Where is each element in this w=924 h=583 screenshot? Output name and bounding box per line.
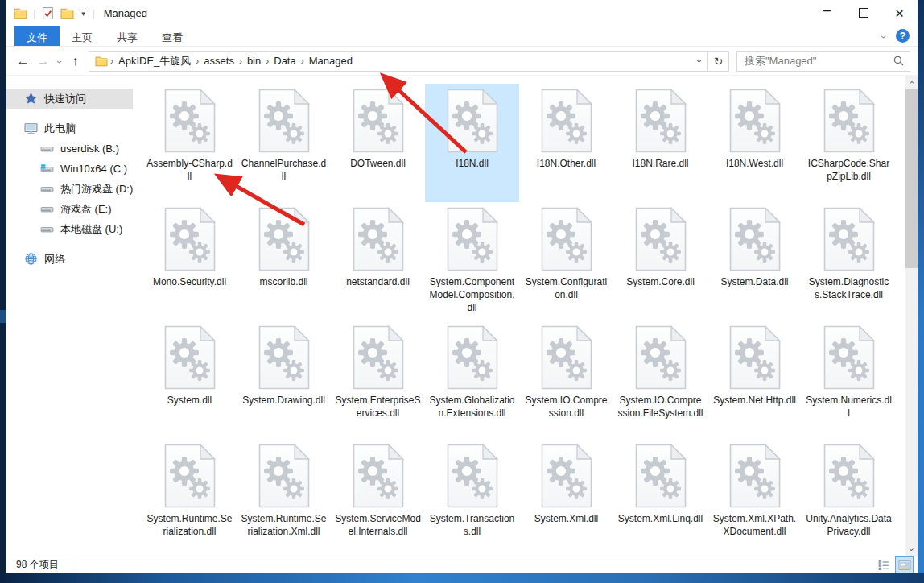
vertical-scrollbar[interactable]: › › [905, 76, 918, 556]
dll-file-icon [353, 325, 404, 390]
desktop-edge-left [0, 0, 6, 583]
file-name: netstandard.dll [346, 275, 410, 288]
search-box[interactable] [736, 51, 910, 72]
file-item[interactable]: I18N.Rare.dll [613, 84, 707, 202]
sidebar-item-游戏盘 (E:)[interactable]: 游戏盘 (E:) [6, 199, 133, 219]
details-view-button[interactable] [874, 556, 893, 573]
dll-file-icon [353, 444, 404, 508]
file-item[interactable]: System.ComponentModel.Composition.dll [425, 202, 519, 320]
address-box[interactable]: › ApkIDE_牛旋风›assets›bin›Data›Managed › [89, 51, 708, 72]
scrollbar-thumb[interactable] [905, 89, 918, 268]
file-item[interactable]: netstandard.dll [331, 202, 425, 320]
breadcrumb-item[interactable]: assets [199, 55, 239, 67]
sidebar-item-热门游戏盘 (D:)[interactable]: 热门游戏盘 (D:) [6, 179, 133, 199]
sidebar-item-网络[interactable]: 网络 [6, 249, 133, 269]
scroll-down-icon[interactable]: › [905, 543, 918, 556]
file-item[interactable]: System.Runtime.Serialization.dll [142, 439, 237, 556]
file-item[interactable]: System.EnterpriseServices.dll [331, 320, 425, 439]
tab-view[interactable]: 查看 [150, 26, 195, 46]
file-item[interactable]: Assembly-CSharp.dll [142, 84, 237, 202]
file-item[interactable]: System.dll [142, 320, 237, 439]
file-item[interactable]: System.Core.dll [613, 202, 707, 320]
close-button[interactable]: × [881, 0, 918, 26]
file-item[interactable]: DOTween.dll [331, 84, 425, 202]
items-count: 98 个项目 [16, 558, 59, 572]
dll-file-icon [541, 444, 592, 508]
dll-file-icon [635, 207, 687, 271]
large-icons-view-button[interactable] [895, 556, 914, 573]
file-item[interactable]: System.Transactions.dll [425, 439, 519, 556]
file-item[interactable]: System.Xml.dll [519, 439, 613, 556]
file-name: I18N.Other.dll [537, 157, 596, 170]
star-icon [24, 92, 38, 105]
file-name: Assembly-CSharp.dll [146, 157, 233, 183]
file-item[interactable]: System.IO.Compression.FileSystem.dll [613, 320, 707, 439]
breadcrumb-item[interactable]: bin [242, 55, 266, 67]
sidebar-item-此电脑[interactable]: 此电脑 [6, 118, 133, 139]
collapse-ribbon-icon[interactable]: › [882, 29, 885, 43]
main-area: 快速访问 此电脑 userdisk (B:) Win10x64 (C:) 热门游… [6, 76, 918, 556]
file-item[interactable]: System.Xml.XPath.XDocument.dll [707, 439, 802, 556]
file-item[interactable]: I18N.West.dll [707, 84, 802, 202]
new-folder-icon[interactable] [60, 6, 74, 20]
desktop-fragment [0, 310, 6, 323]
file-item[interactable]: Mono.Security.dll [142, 202, 237, 320]
file-item[interactable]: System.ServiceModel.Internals.dll [331, 439, 425, 556]
help-icon[interactable]: ? [896, 29, 910, 43]
tab-file[interactable]: 文件 [14, 26, 60, 46]
sidebar-item-快速访问[interactable]: 快速访问 [6, 89, 133, 109]
recent-locations-dropdown-icon[interactable]: › [53, 54, 65, 68]
file-item[interactable]: System.Net.Http.dll [707, 320, 802, 439]
forward-button[interactable]: → [33, 54, 53, 68]
sidebar-item-label: Win10x64 (C:) [60, 163, 127, 175]
sidebar-item-Win10x64 (C:)[interactable]: Win10x64 (C:) [6, 159, 133, 179]
scroll-up-icon[interactable]: › [905, 76, 918, 89]
refresh-button[interactable]: ↻ [707, 51, 729, 72]
file-item[interactable]: System.IO.Compression.dll [519, 320, 613, 439]
breadcrumb-item[interactable]: Data [269, 55, 300, 67]
sidebar-item-本地磁盘 (U:)[interactable]: 本地磁盘 (U:) [6, 219, 133, 239]
file-item[interactable]: System.Runtime.Serialization.Xml.dll [237, 439, 331, 556]
file-item[interactable]: I18N.Other.dll [519, 84, 613, 202]
file-item[interactable]: System.Diagnostics.StackTrace.dll [802, 202, 896, 320]
minimize-button[interactable]: – [809, 0, 845, 26]
file-item[interactable]: System.Xml.Linq.dll [613, 439, 707, 556]
file-item[interactable]: ICSharpCode.SharpZipLib.dll [802, 84, 896, 202]
dll-file-icon [353, 207, 404, 271]
file-name: System.Globalization.Extensions.dll [429, 394, 516, 420]
address-dropdown-icon[interactable]: › [698, 55, 707, 67]
file-name: System.Transactions.dll [429, 512, 516, 538]
breadcrumb-item[interactable]: Managed [304, 55, 357, 67]
file-item[interactable]: System.Drawing.dll [237, 320, 331, 439]
file-item[interactable]: mscorlib.dll [237, 202, 331, 320]
maximize-button[interactable] [845, 0, 881, 26]
file-item[interactable]: System.Globalization.Extensions.dll [425, 320, 519, 439]
file-name: I18N.Rare.dll [632, 157, 688, 170]
customize-toolbar-dropdown-icon[interactable]: ▾ [80, 10, 86, 16]
large-icons-view-icon [898, 559, 911, 572]
back-button[interactable]: ← [13, 54, 33, 68]
file-item[interactable]: System.Data.dll [707, 202, 802, 320]
file-name: System.Core.dll [626, 275, 695, 288]
file-name: I18N.West.dll [726, 157, 783, 170]
file-name: System.Configuration.dll [523, 275, 610, 301]
toolbar-separator: | [92, 8, 94, 19]
breadcrumb-item[interactable]: ApkIDE_牛旋风 [113, 54, 196, 68]
file-item[interactable]: System.Configuration.dll [519, 202, 613, 320]
file-item[interactable]: Unity.Analytics.DataPrivacy.dll [802, 439, 896, 556]
properties-check-icon[interactable] [41, 6, 55, 20]
up-button[interactable]: ↑ [65, 54, 85, 68]
sidebar-item-userdisk (B:)[interactable]: userdisk (B:) [6, 139, 133, 159]
desktop-edge-bottom [0, 573, 924, 583]
dll-file-icon [729, 444, 781, 508]
ribbon-tab-bar: 文件 主页 共享 查看 › ? [6, 26, 918, 47]
file-item[interactable]: System.Numerics.dll [802, 320, 896, 439]
tab-home[interactable]: 主页 [60, 26, 105, 46]
file-name: System.Runtime.Serialization.dll [146, 512, 233, 538]
file-item[interactable]: I18N.dll [425, 84, 519, 202]
dll-file-icon [729, 207, 781, 271]
tab-share[interactable]: 共享 [105, 26, 150, 46]
search-input[interactable] [743, 54, 893, 68]
dll-file-icon [823, 325, 875, 390]
file-item[interactable]: ChannelPurchase.dll [237, 84, 331, 202]
